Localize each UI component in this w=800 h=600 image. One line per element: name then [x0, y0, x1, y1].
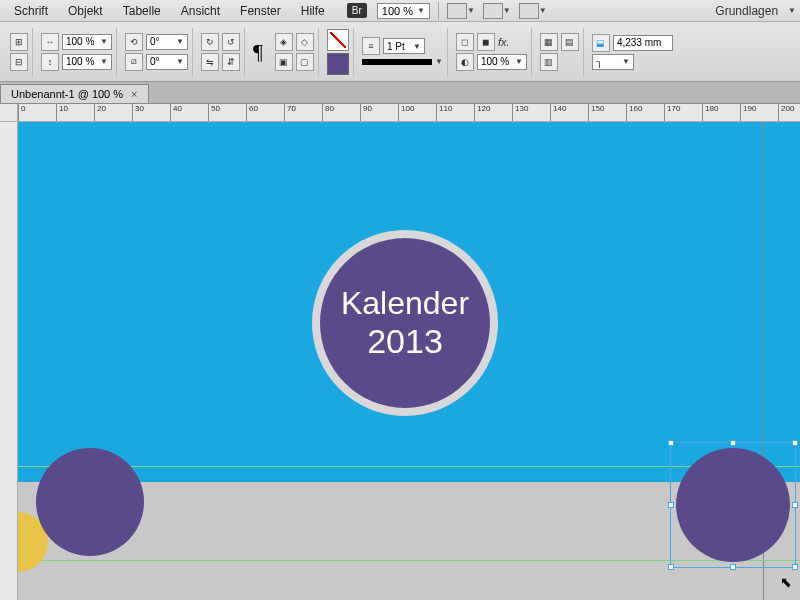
horizontal-guide[interactable]	[18, 466, 800, 467]
no-fill-icon[interactable]	[327, 29, 349, 51]
ruler-tick: 10	[56, 104, 68, 121]
ruler-tick: 20	[94, 104, 106, 121]
document-canvas[interactable]: Kalender 2013 ⬉	[18, 122, 800, 600]
chevron-down-icon: ▼	[788, 6, 796, 15]
zoom-level-dropdown[interactable]: 100 % ▼	[377, 3, 430, 19]
drop-shadow-icon[interactable]: ◼	[477, 33, 495, 51]
ruler-tick: 160	[626, 104, 642, 121]
stroke-group: ≡ 1 Pt▼ ▼	[358, 28, 448, 76]
menu-hilfe[interactable]: Hilfe	[291, 2, 335, 20]
ruler-tick: 120	[474, 104, 490, 121]
flip-h-icon[interactable]: ⇋	[201, 53, 219, 71]
corner-shape-dropdown[interactable]: ┐▼	[592, 54, 634, 70]
text-wrap-icon-2[interactable]: ▤	[561, 33, 579, 51]
ruler-tick: 40	[170, 104, 182, 121]
document-tab-bar: Unbenannt-1 @ 100 % ×	[0, 82, 800, 104]
ruler-tick: 80	[322, 104, 334, 121]
measure-group: ⬓ 4,233 mm ┐▼	[588, 28, 677, 76]
scale-x-icon: ↔	[41, 33, 59, 51]
title-text-line1: Kalender	[341, 285, 469, 322]
stroke-weight-input[interactable]: 1 Pt▼	[383, 38, 425, 54]
ruler-tick: 50	[208, 104, 220, 121]
corner-radius-icon: ⬓	[592, 34, 610, 52]
view-mode-icon-1[interactable]	[447, 3, 467, 19]
fill-swatch[interactable]	[327, 53, 349, 75]
menu-schrift[interactable]: Schrift	[4, 2, 58, 20]
document-tab[interactable]: Unbenannt-1 @ 100 % ×	[0, 84, 149, 103]
scale-y-icon: ↕	[41, 53, 59, 71]
effects-icon[interactable]: ◻	[456, 33, 474, 51]
ruler-tick: 60	[246, 104, 258, 121]
zoom-value: 100 %	[382, 5, 413, 17]
canvas-area: Kalender 2013 ⬉	[0, 122, 800, 600]
text-wrap-icon-3[interactable]: ▥	[540, 53, 558, 71]
ruler-tick: 150	[588, 104, 604, 121]
purple-circle-left[interactable]	[36, 448, 144, 556]
stroke-style-dropdown[interactable]	[362, 59, 432, 65]
view-mode-icon-2[interactable]	[483, 3, 503, 19]
control-bar: ⊞ ⊟ ↔ 100 %▼ ↕ 100 %▼ ⟲ 0°▼ ⧄ 0°▼ ↻ ↺ ⇋ …	[0, 22, 800, 82]
fit-content-icon[interactable]: ▢	[296, 53, 314, 71]
reference-point-icon[interactable]: ⊞	[10, 33, 28, 51]
menu-tabelle[interactable]: Tabelle	[113, 2, 171, 20]
shear-input[interactable]: 0°▼	[146, 54, 188, 70]
bridge-icon[interactable]: Br	[347, 3, 367, 18]
ruler-tick: 30	[132, 104, 144, 121]
menu-bar: Schrift Objekt Tabelle Ansicht Fenster H…	[0, 0, 800, 22]
shear-icon: ⧄	[125, 53, 143, 71]
ruler-tick: 170	[664, 104, 680, 121]
text-wrap-icon-1[interactable]: ▦	[540, 33, 558, 51]
workspace-switcher[interactable]: Grundlagen	[711, 4, 782, 18]
chevron-down-icon: ▼	[539, 6, 547, 15]
ruler-origin[interactable]	[0, 104, 18, 121]
rotate-ccw-icon[interactable]: ↺	[222, 33, 240, 51]
scale-y-input[interactable]: 100 %▼	[62, 54, 112, 70]
select-container-icon[interactable]: ◈	[275, 33, 293, 51]
menu-fenster[interactable]: Fenster	[230, 2, 291, 20]
arrange-docs-icon[interactable]	[519, 3, 539, 19]
center-circle[interactable]: Kalender 2013	[320, 238, 490, 408]
document-tab-title: Unbenannt-1 @ 100 %	[11, 88, 123, 100]
ruler-tick: 190	[740, 104, 756, 121]
scale-group: ↔ 100 %▼ ↕ 100 %▼	[37, 28, 117, 76]
ruler-tick: 90	[360, 104, 372, 121]
opacity-icon: ◐	[456, 53, 474, 71]
transform-tools-group: ↻ ↺ ⇋ ⇵	[197, 28, 245, 76]
opacity-group: ◻ ◼ fx. ◐ 100 %▼	[452, 28, 532, 76]
fit-frame-icon[interactable]: ▣	[275, 53, 293, 71]
select-content-icon[interactable]: ◇	[296, 33, 314, 51]
link-icon[interactable]: ⊟	[10, 53, 28, 71]
rotate-group: ⟲ 0°▼ ⧄ 0°▼	[121, 28, 193, 76]
scale-x-input[interactable]: 100 %▼	[62, 34, 112, 50]
fill-stroke-group	[323, 28, 354, 76]
horizontal-ruler[interactable]: 0102030405060708090100110120130140150160…	[0, 104, 800, 122]
reference-point-group: ⊞ ⊟	[6, 28, 33, 76]
chevron-down-icon: ▼	[417, 6, 425, 15]
menu-ansicht[interactable]: Ansicht	[171, 2, 230, 20]
ruler-tick: 140	[550, 104, 566, 121]
corner-radius-input[interactable]: 4,233 mm	[613, 35, 673, 51]
ruler-tick: 70	[284, 104, 296, 121]
rotate-input[interactable]: 0°▼	[146, 34, 188, 50]
wrap-group: ▦ ▤ ▥	[536, 28, 584, 76]
close-tab-icon[interactable]: ×	[131, 88, 137, 100]
purple-circle-right[interactable]	[676, 448, 790, 562]
ruler-tick: 0	[18, 104, 25, 121]
paragraph-icon[interactable]: ¶	[253, 39, 263, 65]
vertical-ruler[interactable]	[0, 122, 18, 600]
ruler-tick: 110	[436, 104, 452, 121]
fx-button[interactable]: fx.	[498, 36, 510, 48]
horizontal-guide[interactable]	[18, 560, 800, 561]
ruler-tick: 180	[702, 104, 718, 121]
ruler-tick: 130	[512, 104, 528, 121]
ruler-tick: 100	[398, 104, 414, 121]
flip-v-icon[interactable]: ⇵	[222, 53, 240, 71]
ruler-tick: 200	[778, 104, 794, 121]
chevron-down-icon: ▼	[467, 6, 475, 15]
object-tools-group: ◈ ◇ ▣ ▢	[271, 28, 319, 76]
menu-objekt[interactable]: Objekt	[58, 2, 113, 20]
opacity-input[interactable]: 100 %▼	[477, 54, 527, 70]
mouse-cursor-icon: ⬉	[780, 574, 792, 590]
chevron-down-icon: ▼	[435, 57, 443, 66]
rotate-cw-icon[interactable]: ↻	[201, 33, 219, 51]
